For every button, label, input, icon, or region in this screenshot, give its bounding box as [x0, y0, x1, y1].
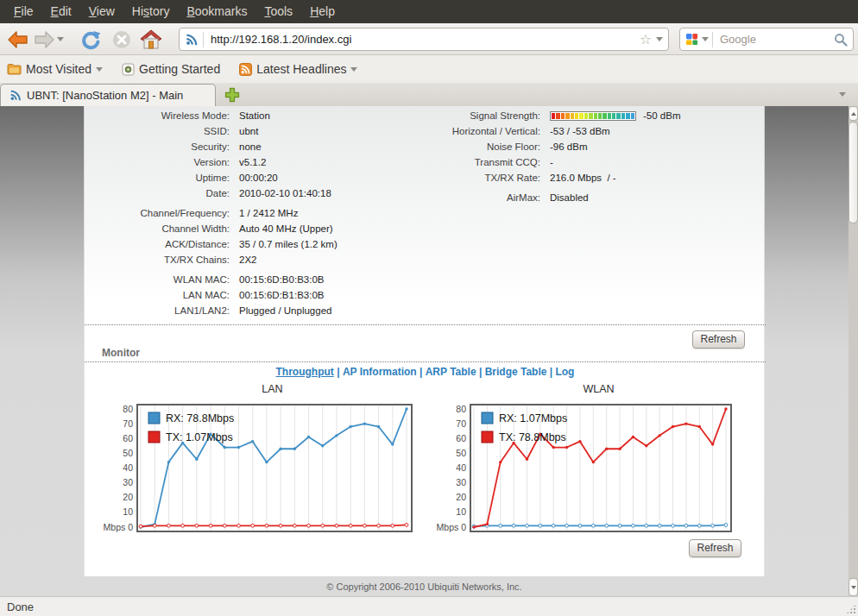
rss-icon — [239, 63, 252, 76]
menu-bookmarks[interactable]: Bookmarks — [178, 0, 256, 23]
status-row: Horizontal / Vertical:-53 / -53 dBm — [344, 123, 758, 139]
menu-file[interactable]: File — [5, 0, 42, 23]
url-input[interactable] — [209, 32, 640, 47]
status-value: 00:15:6D:B0:B3:0B — [239, 274, 324, 285]
search-box[interactable] — [679, 28, 854, 51]
monitor-tab-arp-table[interactable]: ARP Table — [426, 366, 476, 378]
status-row: Channel/Frequency:1 / 2412 MHz — [85, 205, 344, 221]
svg-text:RX: 78.8Mbps: RX: 78.8Mbps — [166, 412, 234, 424]
svg-text:20: 20 — [456, 492, 466, 502]
svg-text:50: 50 — [123, 448, 133, 458]
svg-text:10: 10 — [123, 506, 133, 517]
menu-edit[interactable]: Edit — [42, 0, 80, 23]
lan-chart: LAN 8070605040302010Mbps 0RX: 78.8MbpsTX… — [97, 383, 413, 534]
resize-grip[interactable] — [846, 604, 856, 614]
lan-chart-plot: 8070605040302010Mbps 0RX: 78.8MbpsTX: 1.… — [97, 404, 413, 534]
vertical-scrollbar[interactable] — [849, 106, 858, 596]
back-icon[interactable] — [7, 28, 29, 51]
status-row: LAN1/LAN2:Plugged / Unplugged — [85, 303, 344, 318]
monitor-tab-throughput[interactable]: Throughput — [276, 366, 334, 378]
monitor-tab-ap-information[interactable]: AP Information — [343, 366, 417, 378]
menu-help[interactable]: Help — [301, 0, 344, 23]
status-value: Plugged / Unplugged — [239, 305, 331, 316]
monitor-tabs: Throughput | AP Information | ARP Table … — [85, 366, 766, 378]
status-value: Disabled — [550, 192, 589, 203]
monitor-divider — [85, 361, 766, 362]
urlbar-dropdown-icon[interactable] — [656, 37, 663, 41]
scroll-up-icon[interactable] — [849, 106, 858, 121]
monitor-refresh-button[interactable]: Refresh — [689, 539, 741, 557]
status-label: ACK/Distance: — [85, 239, 230, 249]
status-value: v5.1.2 — [239, 157, 266, 167]
status-label: LAN MAC: — [85, 290, 230, 300]
monitor-tab-bridge-table[interactable]: Bridge Table — [485, 366, 547, 378]
airos-main-page: Wireless Mode:StationSSID:ubntSecurity:n… — [84, 106, 765, 576]
reload-icon[interactable] — [79, 28, 102, 51]
status-row: Wireless Mode:Station — [85, 108, 344, 123]
bookmark-getting-started[interactable]: Getting Started — [122, 62, 220, 76]
status-row: Transmit CCQ:- — [344, 154, 758, 170]
section-divider — [85, 324, 766, 325]
search-input[interactable] — [718, 32, 834, 47]
stop-icon[interactable] — [110, 28, 133, 51]
tab-title: UBNT: [NanoStation M2] - Main — [27, 89, 183, 102]
scrollbar-thumb[interactable] — [849, 122, 858, 223]
status-label: Security: — [85, 141, 230, 152]
bookmark-label: Getting Started — [139, 62, 220, 76]
svg-text:70: 70 — [123, 418, 133, 429]
search-engine-dropdown-icon[interactable] — [702, 37, 709, 41]
scroll-down-icon[interactable] — [849, 578, 858, 596]
status-value: 1 / 2412 MHz — [239, 208, 298, 218]
status-refresh-button[interactable]: Refresh — [692, 330, 745, 349]
new-tab-button[interactable] — [224, 87, 240, 103]
svg-text:TX: 78.8Mbps: TX: 78.8Mbps — [499, 431, 566, 443]
status-label: TX/RX Chains: — [85, 255, 230, 265]
status-value: 216.0 Mbps / - — [550, 173, 616, 183]
status-value: 35 / 0.7 miles (1.2 km) — [239, 239, 338, 249]
svg-text:50: 50 — [456, 448, 466, 458]
bookmark-latest-headlines[interactable]: Latest Headlines — [239, 62, 357, 76]
bookmark-most-visited[interactable]: Most Visited — [7, 62, 103, 76]
browser-status-bar: Done — [0, 596, 858, 616]
status-row: AirMax:Disabled — [344, 190, 758, 205]
status-row: ACK/Distance:35 / 0.7 miles (1.2 km) — [85, 236, 344, 252]
menu-tools[interactable]: Tools — [256, 0, 301, 23]
svg-text:80: 80 — [456, 404, 466, 414]
monitor-tab-log[interactable]: Log — [555, 366, 574, 378]
status-label: Noise Floor: — [344, 141, 540, 152]
svg-text:40: 40 — [456, 462, 466, 473]
status-label: Channel/Frequency: — [85, 208, 230, 218]
page-icon — [122, 63, 135, 76]
status-label: Horizontal / Vertical: — [344, 126, 540, 136]
home-icon[interactable] — [140, 28, 162, 51]
copyright-text: © Copyright 2006-2010 Ubiquiti Networks,… — [84, 581, 765, 592]
svg-text:20: 20 — [123, 492, 133, 502]
svg-text:10: 10 — [456, 506, 466, 517]
svg-text:30: 30 — [456, 477, 466, 487]
wlan-chart-plot: 8070605040302010Mbps 0RX: 1.07MbpsTX: 78… — [430, 404, 733, 534]
lan-chart-title: LAN — [97, 383, 413, 396]
status-value: - — [550, 157, 553, 167]
status-label: Version: — [85, 157, 230, 167]
menu-bar: FileEditViewHistoryBookmarksToolsHelp — [0, 0, 858, 23]
status-label: AirMax: — [344, 192, 540, 203]
svg-text:80: 80 — [123, 404, 133, 414]
url-bar[interactable]: ☆ — [179, 28, 669, 51]
tab-list-dropdown-icon[interactable] — [839, 92, 846, 97]
tab-ubnt-main[interactable]: UBNT: [NanoStation M2] - Main — [0, 84, 216, 106]
status-row: Noise Floor:-96 dBm — [344, 139, 758, 154]
history-dropdown-icon[interactable] — [57, 37, 64, 41]
status-row: Signal Strength:-50 dBm — [344, 108, 758, 123]
forward-icon[interactable] — [33, 28, 55, 51]
svg-text:70: 70 — [456, 418, 466, 429]
status-right-column: Signal Strength:-50 dBmHorizontal / Vert… — [344, 108, 758, 205]
menu-history[interactable]: History — [123, 0, 179, 23]
status-label: Date: — [85, 188, 230, 198]
bookmark-label: Most Visited — [26, 62, 91, 76]
svg-text:Mbps 0: Mbps 0 — [104, 522, 134, 532]
nav-toolbar: ☆ — [0, 23, 858, 55]
bookmark-star-icon[interactable]: ☆ — [640, 33, 652, 47]
menu-view[interactable]: View — [80, 0, 123, 23]
bookmark-label: Latest Headlines — [256, 62, 346, 76]
magnifier-icon[interactable] — [834, 33, 848, 47]
